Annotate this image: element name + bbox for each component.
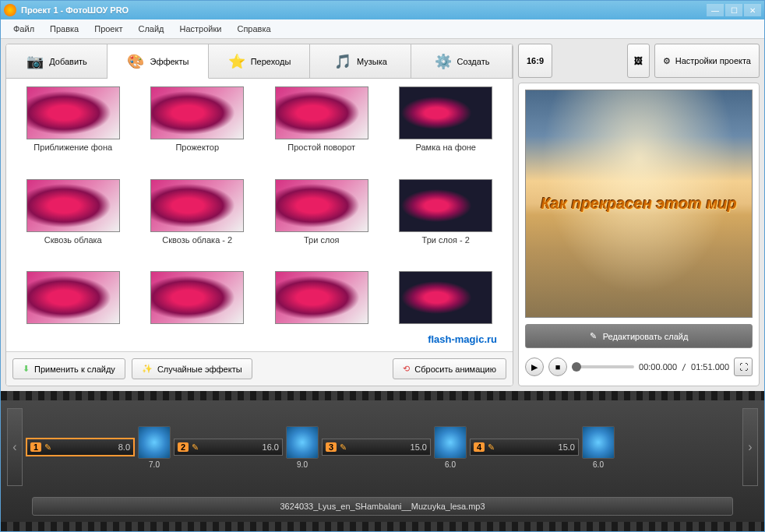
tab-transitions[interactable]: ⭐ Переходы [209, 44, 310, 78]
arrow-down-icon: ⬇ [23, 364, 30, 374]
effect-thumb [150, 179, 244, 232]
effect-item[interactable]: Прожектор [139, 86, 257, 171]
effect-item[interactable] [263, 271, 381, 344]
effects-grid: Приближение фона Прожектор Простой повор… [6, 79, 513, 351]
effect-item[interactable]: Рамка на фоне [387, 86, 506, 171]
transition[interactable]: 6.0 [582, 426, 615, 469]
transition[interactable]: 7.0 [138, 426, 171, 469]
slide-duration[interactable]: 16.0 [263, 442, 279, 452]
transition-duration[interactable]: 7.0 [149, 460, 160, 469]
pencil-icon[interactable]: ✎ [44, 442, 51, 453]
pencil-icon[interactable]: ✎ [192, 442, 199, 453]
preview-image[interactable]: Как прекрасен этот мир [525, 90, 753, 318]
effect-thumb [399, 271, 492, 324]
transition[interactable]: 6.0 [434, 426, 467, 469]
effect-item[interactable] [14, 271, 132, 344]
slide-thumb[interactable]: 4 ✎ 15.0 [470, 439, 579, 456]
slide-thumb[interactable]: 1 ✎ 8.0 [26, 438, 135, 456]
random-label: Случайные эффекты [157, 365, 242, 374]
effect-item[interactable]: Сквозь облака [14, 179, 132, 264]
transition-thumb [434, 426, 467, 459]
slide-bar: 2 ✎ 16.0 [175, 439, 282, 455]
pencil-icon[interactable]: ✎ [488, 442, 495, 453]
slides-row[interactable]: ‹ 1 ✎ 8.0 7.0 [1, 400, 764, 494]
progress-handle[interactable] [572, 362, 581, 372]
aspect-ratio-button[interactable]: 16:9 [518, 44, 552, 78]
tab-add[interactable]: 📷 Добавить [6, 44, 108, 78]
star-icon: ⭐ [227, 52, 246, 71]
effect-item[interactable]: Приближение фона [14, 86, 132, 171]
image-icon: 🖼 [634, 56, 643, 65]
slide-duration[interactable]: 8.0 [118, 442, 130, 452]
slide-thumb[interactable]: 3 ✎ 15.0 [322, 439, 431, 456]
pencil-icon[interactable]: ✎ [340, 442, 347, 453]
watermark: flash-magic.ru [428, 333, 497, 345]
slide-duration[interactable]: 15.0 [411, 442, 427, 452]
effect-item[interactable] [139, 271, 257, 344]
play-button[interactable]: ▶ [525, 358, 544, 376]
preview-slide-text: Как прекрасен этот мир [541, 195, 736, 213]
progress-bar[interactable] [572, 365, 634, 368]
wand-icon: ✨ [142, 364, 153, 374]
app-icon [4, 4, 16, 16]
effect-item[interactable]: Сквозь облака - 2 [139, 179, 257, 264]
menu-slide[interactable]: Слайд [132, 23, 170, 35]
tab-music-label: Музыка [357, 57, 387, 66]
audio-track[interactable]: 3624033_Lyus_en_SHambalani__Muzuyka_lesa… [32, 497, 733, 516]
timeline-prev-button[interactable]: ‹ [7, 408, 23, 486]
effect-thumb [150, 86, 244, 139]
timeline-slide: 4 ✎ 15.0 6.0 [470, 426, 615, 469]
timeline-slide: 3 ✎ 15.0 6.0 [322, 426, 467, 469]
maximize-button[interactable]: ☐ [725, 4, 742, 16]
titlebar[interactable]: Проект 1 - ФотоШОУ PRO — ☐ ✕ [1, 1, 764, 19]
tab-add-label: Добавить [49, 57, 87, 66]
transition-duration[interactable]: 6.0 [445, 460, 456, 469]
effect-item[interactable]: Три слоя [263, 179, 381, 264]
effect-thumb [150, 271, 244, 324]
left-panel: 📷 Добавить 🎨 Эффекты ⭐ Переходы 🎵 Музыка… [5, 44, 513, 386]
apply-label: Применить к слайду [34, 365, 115, 374]
right-panel: 16:9 🖼 ⚙ Настройки проекта Как прекрасен… [518, 44, 760, 386]
transition-duration[interactable]: 6.0 [593, 460, 604, 469]
tab-effects[interactable]: 🎨 Эффекты [108, 44, 209, 79]
main-area: 📷 Добавить 🎨 Эффекты ⭐ Переходы 🎵 Музыка… [1, 39, 764, 391]
tab-create[interactable]: ⚙️ Создать [411, 44, 513, 78]
effect-item[interactable]: Три слоя - 2 [387, 179, 506, 264]
stop-button[interactable]: ■ [548, 358, 567, 376]
tab-music[interactable]: 🎵 Музыка [310, 44, 411, 78]
transition-duration[interactable]: 9.0 [297, 460, 308, 469]
reset-button[interactable]: ⟲ Сбросить анимацию [393, 358, 506, 379]
project-settings-button[interactable]: ⚙ Настройки проекта [654, 44, 760, 78]
timeline-slide: 1 ✎ 8.0 7.0 [26, 426, 171, 469]
camera-icon: 📷 [26, 52, 44, 71]
app-window: Проект 1 - ФотоШОУ PRO — ☐ ✕ Файл Правка… [0, 0, 765, 532]
effect-thumb [26, 179, 120, 232]
theme-button[interactable]: 🖼 [627, 44, 650, 78]
edit-slide-button[interactable]: ✎ Редактировать слайд [525, 324, 753, 348]
menu-project[interactable]: Проект [88, 23, 129, 35]
gear-icon: ⚙ [663, 56, 671, 66]
minimize-button[interactable]: — [707, 4, 724, 16]
menu-settings[interactable]: Настройки [174, 23, 228, 35]
slide-number: 2 [178, 442, 189, 452]
timeline-next-button[interactable]: › [742, 408, 758, 486]
slide-thumb[interactable]: 2 ✎ 16.0 [174, 439, 283, 456]
menu-help[interactable]: Справка [231, 23, 277, 35]
playback-controls: ▶ ■ 00:00.000 / 01:51.000 ⛶ [525, 354, 753, 379]
menu-file[interactable]: Файл [7, 23, 41, 35]
transition-thumb [582, 426, 615, 459]
effect-item[interactable]: Простой поворот [263, 86, 381, 171]
random-button[interactable]: ✨ Случайные эффекты [132, 358, 252, 379]
slide-duration[interactable]: 15.0 [559, 442, 575, 452]
right-top-bar: 16:9 🖼 ⚙ Настройки проекта [518, 44, 760, 78]
transition[interactable]: 9.0 [286, 426, 319, 469]
menu-edit[interactable]: Правка [44, 23, 85, 35]
close-button[interactable]: ✕ [744, 4, 761, 16]
timeline: ‹ 1 ✎ 8.0 7.0 [1, 391, 764, 531]
apply-button[interactable]: ⬇ Применить к слайду [12, 358, 125, 379]
effect-thumb [399, 179, 492, 232]
tab-transitions-label: Переходы [251, 57, 291, 66]
fullscreen-button[interactable]: ⛶ [734, 358, 753, 376]
slide-number: 1 [30, 442, 41, 452]
effect-thumb [275, 179, 368, 232]
